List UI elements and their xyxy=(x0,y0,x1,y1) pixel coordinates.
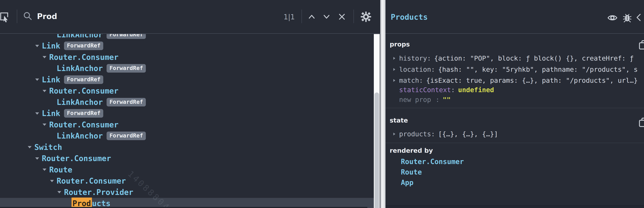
copy-state-icon[interactable] xyxy=(639,118,644,127)
component-tree-rows: LinkAnchorForwardRefLinkForwardRefRouter… xyxy=(0,34,374,208)
tree-row-router-consumer[interactable]: Router.Consumer xyxy=(0,175,374,187)
tree-row-switch[interactable]: Switch xyxy=(0,142,374,153)
prop-key: history xyxy=(399,54,427,62)
tree-row-router-consumer[interactable]: Router.Consumer xyxy=(0,85,374,97)
debug-bug-icon[interactable] xyxy=(622,12,632,23)
expand-caret-icon[interactable] xyxy=(34,78,42,82)
new-prop-key-input[interactable]: new prop xyxy=(399,96,431,104)
tree-row-linkanchor[interactable]: LinkAnchorForwardRef xyxy=(0,34,374,40)
tree-row-linkanchor[interactable]: LinkAnchorForwardRef xyxy=(0,96,374,108)
prop-value-preview: {hash: "", key: "5ryhkb", pathname: "/pr… xyxy=(438,66,638,73)
inspector-header: Products xyxy=(386,0,644,34)
tree-row-linkanchor[interactable]: LinkAnchorForwardRef xyxy=(0,130,374,142)
tree-row-link[interactable]: LinkForwardRef xyxy=(0,108,374,119)
prop-value-preview: {action: "POP", block: ƒ block() {}, cre… xyxy=(434,54,634,62)
expand-arrow-icon[interactable] xyxy=(392,78,399,82)
previous-result-icon[interactable] xyxy=(308,14,316,20)
component-name: Router.Consumer xyxy=(57,176,126,185)
prop-row-static-context[interactable]: staticContext: undefined xyxy=(386,85,644,94)
panel-resize-divider[interactable] xyxy=(380,0,386,208)
toolbar-divider xyxy=(17,10,17,23)
settings-gear-icon[interactable] xyxy=(360,11,372,22)
expand-caret-icon[interactable] xyxy=(42,168,49,172)
tree-bottom-edge xyxy=(0,207,367,208)
state-row-products[interactable]: products: [{…}, {…}, {…}] xyxy=(386,130,644,138)
expand-caret-icon[interactable] xyxy=(34,112,42,115)
state-key: products xyxy=(399,130,431,138)
inspector-panel: Products xyxy=(386,0,644,208)
component-name: LinkAnchor xyxy=(57,132,103,140)
component-name: ucts xyxy=(92,199,110,208)
clear-search-icon[interactable] xyxy=(338,13,346,20)
component-name: Router.Provider xyxy=(64,188,133,197)
component-name: Router.Consumer xyxy=(42,154,111,163)
component-name: Router.Consumer xyxy=(49,53,118,62)
inspector-content: props history:{action: "POP", block: ƒ b… xyxy=(386,34,644,208)
forwardref-badge: ForwardRef xyxy=(64,76,103,84)
inspect-element-icon[interactable] xyxy=(0,12,10,22)
search-results-count: 1|1 xyxy=(280,13,298,21)
copy-props-icon[interactable] xyxy=(639,40,644,50)
props-section-label: props xyxy=(390,41,410,48)
expand-caret-icon[interactable] xyxy=(42,123,49,126)
search-match-highlight: Prod xyxy=(72,198,92,208)
tree-scrollbar[interactable] xyxy=(374,34,380,208)
new-prop-row[interactable]: new prop : "" xyxy=(386,95,644,104)
tree-row-router-consumer[interactable]: Router.Consumer xyxy=(0,153,374,164)
expand-arrow-icon[interactable] xyxy=(392,67,399,72)
expand-caret-icon[interactable] xyxy=(42,89,49,93)
section-divider xyxy=(386,108,644,108)
tree-row-router-provider[interactable]: Router.Provider xyxy=(0,186,374,198)
component-name: LinkAnchor xyxy=(57,34,103,39)
component-name: LinkAnchor xyxy=(57,64,103,73)
component-tree: 1408880486 LinkAnchorForwardRefLinkForwa… xyxy=(0,34,374,208)
section-divider xyxy=(386,143,644,143)
expand-caret-icon[interactable] xyxy=(57,190,64,194)
expand-caret-icon[interactable] xyxy=(42,55,49,59)
state-section-label: state xyxy=(390,117,408,124)
expand-arrow-icon[interactable] xyxy=(392,56,399,60)
search-icon xyxy=(23,11,32,21)
prop-row-location[interactable]: location:{hash: "", key: "5ryhkb", pathn… xyxy=(386,65,644,74)
component-name: Router.Consumer xyxy=(49,120,118,129)
tree-row-router-consumer[interactable]: Router.Consumer xyxy=(0,52,374,63)
forwardref-badge: ForwardRef xyxy=(106,34,146,39)
component-name: Router.Consumer xyxy=(49,86,118,95)
prop-key: match xyxy=(399,76,419,84)
component-name: Switch xyxy=(34,143,62,152)
tree-scrollbar-thumb[interactable] xyxy=(374,92,379,208)
rendered-by-item-router-consumer[interactable]: Router.Consumer xyxy=(401,157,464,166)
component-name: Link xyxy=(42,109,60,118)
expand-caret-icon[interactable] xyxy=(34,44,42,48)
view-source-code-icon[interactable] xyxy=(636,14,644,21)
selected-component-title: Products xyxy=(391,12,428,22)
inspect-dom-eye-icon[interactable] xyxy=(607,14,618,22)
prop-row-match[interactable]: match:{isExact: true, params: {…}, path:… xyxy=(386,76,644,85)
prop-row-history[interactable]: history:{action: "POP", block: ƒ block()… xyxy=(386,54,644,63)
next-result-icon[interactable] xyxy=(322,14,331,20)
rendered-by-section-label: rendered by xyxy=(390,147,433,154)
search-input[interactable]: Prod xyxy=(37,12,57,21)
forwardref-badge: ForwardRef xyxy=(64,42,103,50)
forwardref-badge: ForwardRef xyxy=(106,132,146,140)
tree-toolbar: Prod 1|1 xyxy=(0,0,380,34)
new-prop-value-input[interactable]: "" xyxy=(443,96,451,104)
tree-row-linkanchor[interactable]: LinkAnchorForwardRef xyxy=(0,63,374,74)
rendered-by-item-route[interactable]: Route xyxy=(401,168,422,176)
expand-caret-icon[interactable] xyxy=(27,145,34,149)
expand-caret-icon[interactable] xyxy=(49,179,57,183)
tree-row-link[interactable]: LinkForwardRef xyxy=(0,40,374,52)
tree-row-link[interactable]: LinkForwardRef xyxy=(0,74,374,85)
tree-row-products[interactable]: Products xyxy=(0,198,374,208)
forwardref-badge: ForwardRef xyxy=(106,98,146,106)
component-name: Link xyxy=(42,41,60,50)
tree-row-route[interactable]: Route xyxy=(0,164,374,175)
expand-caret-icon[interactable] xyxy=(34,156,42,160)
prop-key: location xyxy=(399,66,431,73)
tree-row-router-consumer[interactable]: Router.Consumer xyxy=(0,119,374,130)
prop-value-preview: {isExact: true, params: {…}, path: "/pro… xyxy=(426,76,638,84)
toolbar-divider xyxy=(354,10,354,23)
rendered-by-item-app[interactable]: App xyxy=(401,178,414,187)
component-name: Link xyxy=(42,75,60,84)
expand-arrow-icon[interactable] xyxy=(392,132,399,136)
